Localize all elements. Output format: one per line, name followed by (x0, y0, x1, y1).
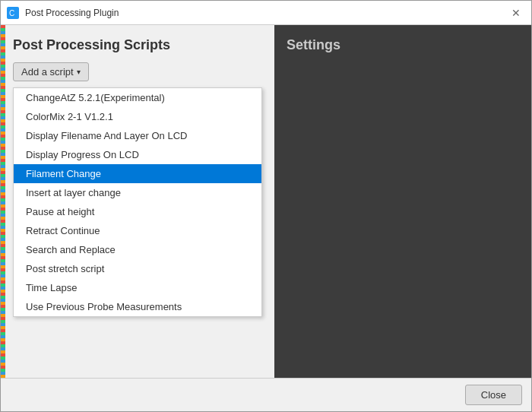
add-script-label: Add a script (21, 66, 74, 78)
menu-item-pause-height[interactable]: Pause at height (14, 202, 261, 221)
add-script-button[interactable]: Add a script ▾ (13, 62, 89, 81)
menu-item-display-progress[interactable]: Display Progress On LCD (14, 145, 261, 164)
menu-item-colormix[interactable]: ColorMix 2-1 V1.2.1 (14, 107, 261, 126)
menu-item-changeat[interactable]: ChangeAtZ 5.2.1(Experimental) (14, 88, 261, 107)
main-window: C Post Processing Plugin ✕ Post Processi… (0, 0, 532, 412)
close-window-button[interactable]: ✕ (507, 4, 525, 22)
menu-item-time-lapse[interactable]: Time Lapse (14, 278, 261, 297)
menu-item-retract-continue[interactable]: Retract Continue (14, 221, 261, 240)
close-button[interactable]: Close (465, 385, 522, 405)
menu-item-display-filename[interactable]: Display Filename And Layer On LCD (14, 126, 261, 145)
left-panel: Post Processing Scripts Add a script ▾ C… (1, 25, 274, 378)
content-area: Post Processing Scripts Add a script ▾ C… (1, 25, 531, 378)
menu-item-insert-layer[interactable]: Insert at layer change (14, 183, 261, 202)
chevron-down-icon: ▾ (77, 68, 81, 76)
menu-item-search-replace[interactable]: Search and Replace (14, 240, 261, 259)
app-icon: C (7, 7, 19, 19)
left-edge-decoration (1, 25, 5, 378)
menu-item-filament-change[interactable]: Filament Change (14, 164, 261, 183)
right-panel: Settings (274, 25, 531, 378)
page-title: Post Processing Scripts (13, 37, 262, 53)
bottom-bar: Close (1, 378, 531, 411)
title-bar-text: Post Processing Plugin (25, 8, 507, 18)
menu-item-probe-measurements[interactable]: Use Previous Probe Measurements (14, 297, 261, 316)
script-dropdown-menu: ChangeAtZ 5.2.1(Experimental)ColorMix 2-… (13, 87, 262, 317)
menu-item-post-stretch[interactable]: Post stretch script (14, 259, 261, 278)
settings-title: Settings (287, 37, 519, 53)
svg-text:C: C (9, 9, 14, 17)
title-bar: C Post Processing Plugin ✕ (1, 1, 531, 25)
